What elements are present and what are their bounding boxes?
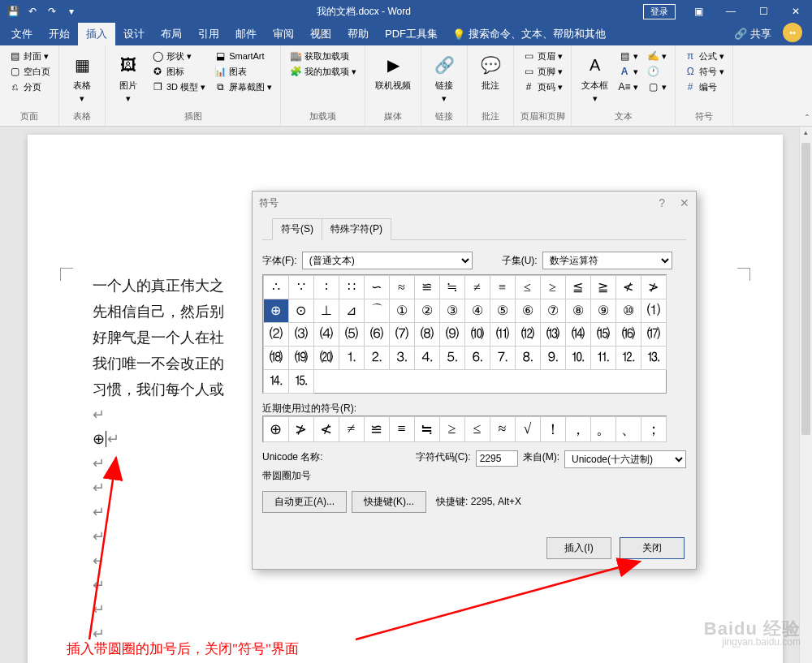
symbol-cell[interactable]: ∶: [313, 275, 339, 299]
font-select[interactable]: (普通文本): [302, 252, 473, 269]
tab-special-chars[interactable]: 特殊字符(P): [322, 218, 391, 240]
tab-design[interactable]: 设计: [115, 23, 153, 45]
symbol-cell[interactable]: ⒑: [565, 346, 591, 370]
symbol-cell[interactable]: ⒈: [339, 346, 365, 370]
autocorrect-button[interactable]: 自动更正(A)...: [262, 491, 347, 513]
symbol-cell[interactable]: ≯: [641, 275, 667, 299]
tab-pdf[interactable]: PDF工具集: [377, 23, 446, 45]
tab-view[interactable]: 视图: [302, 23, 339, 45]
symbol-cell[interactable]: ⒄: [641, 322, 667, 347]
qat-more-icon[interactable]: ▾: [63, 3, 80, 19]
tab-mailings[interactable]: 邮件: [227, 23, 265, 45]
symbol-cell[interactable]: ⒖: [288, 369, 314, 394]
quick-parts-button[interactable]: ▤▾: [615, 49, 641, 63]
wordart-button[interactable]: A▾: [615, 64, 641, 79]
symbol-cell[interactable]: ⌒: [364, 299, 390, 323]
page-number-button[interactable]: #页码 ▾: [519, 80, 566, 94]
symbol-cell[interactable]: ≦: [565, 275, 591, 299]
symbol-cell[interactable]: ≌: [414, 275, 440, 299]
symbol-cell[interactable]: ⑼: [439, 322, 465, 347]
equation-button[interactable]: π公式 ▾: [680, 49, 728, 63]
symbol-cell[interactable]: ⑶: [288, 322, 314, 347]
symbol-cell[interactable]: ⒔: [641, 346, 667, 370]
recent-symbol-cell[interactable]: ≠: [339, 416, 365, 442]
icons-button[interactable]: ✪图标: [148, 64, 209, 79]
symbol-cell[interactable]: ⑸: [339, 322, 365, 347]
signature-button[interactable]: ✍▾: [643, 49, 670, 63]
symbol-cell[interactable]: ⊕: [263, 299, 289, 323]
table-button[interactable]: ▦表格▾: [64, 49, 100, 107]
recent-symbol-cell[interactable]: ≈: [490, 416, 516, 442]
symbol-cell[interactable]: ⒒: [590, 346, 616, 370]
symbol-cell[interactable]: ⒂: [590, 322, 616, 347]
symbol-cell[interactable]: ⒓: [615, 346, 641, 370]
subset-select[interactable]: 数学运算符: [542, 252, 672, 269]
symbol-cell[interactable]: ⊥: [313, 299, 339, 323]
symbol-cell[interactable]: ⑿: [515, 322, 541, 347]
textbox-button[interactable]: A文本框▾: [577, 49, 613, 107]
save-icon[interactable]: 💾: [5, 3, 21, 19]
recent-symbol-cell[interactable]: ≯: [288, 416, 314, 442]
shapes-button[interactable]: ◯形状 ▾: [148, 49, 209, 63]
symbol-cell[interactable]: ⒊: [389, 346, 415, 370]
symbol-cell[interactable]: ⑹: [364, 322, 390, 347]
recent-symbol-cell[interactable]: ≡: [389, 416, 415, 442]
insert-button[interactable]: 插入(I): [546, 537, 611, 559]
recent-symbol-cell[interactable]: 、: [615, 416, 641, 442]
symbol-cell[interactable]: ⑧: [565, 299, 591, 323]
smartart-button[interactable]: ⬓SmartArt: [210, 49, 275, 63]
recent-symbol-cell[interactable]: ≌: [364, 416, 390, 442]
symbol-cell[interactable]: ⒁: [565, 322, 591, 347]
help-icon[interactable]: ?: [659, 196, 665, 209]
tab-review[interactable]: 审阅: [265, 23, 302, 45]
charcode-input[interactable]: [476, 450, 518, 467]
symbol-cell[interactable]: ③: [439, 299, 465, 323]
vertical-scrollbar[interactable]: ▴: [799, 127, 812, 663]
symbol-cell[interactable]: ⊿: [339, 299, 365, 323]
symbol-cell[interactable]: ①: [389, 299, 415, 323]
symbol-cell[interactable]: ②: [414, 299, 440, 323]
symbol-cell[interactable]: ⒎: [490, 346, 516, 370]
symbol-cell[interactable]: ≮: [615, 275, 641, 299]
tab-layout[interactable]: 布局: [153, 23, 190, 45]
tab-home[interactable]: 开始: [41, 23, 78, 45]
collapse-ribbon-icon[interactable]: ˆ: [806, 114, 809, 125]
tab-references[interactable]: 引用: [190, 23, 227, 45]
recent-symbol-cell[interactable]: ；: [641, 416, 667, 442]
symbol-cell[interactable]: ⒃: [615, 322, 641, 347]
symbol-cell[interactable]: ∷: [339, 275, 365, 299]
blank-page-button[interactable]: ▢空白页: [5, 64, 54, 79]
redo-icon[interactable]: ↷: [44, 3, 60, 19]
symbol-cell[interactable]: ⒆: [288, 346, 314, 370]
symbol-cell[interactable]: ⑴: [641, 299, 667, 323]
scroll-thumb[interactable]: [801, 143, 810, 435]
from-select[interactable]: Unicode(十六进制): [564, 450, 686, 468]
symbol-cell[interactable]: ⑷: [313, 322, 339, 347]
tell-me[interactable]: 💡搜索命令、文本、帮助和其他: [446, 23, 612, 45]
symbol-cell[interactable]: ⒀: [540, 322, 566, 347]
symbol-cell[interactable]: ⑤: [490, 299, 516, 323]
symbol-cell[interactable]: ≒: [439, 275, 465, 299]
recent-symbol-cell[interactable]: 。: [590, 416, 616, 442]
online-video-button[interactable]: ▶联机视频: [370, 49, 416, 95]
recent-symbol-cell[interactable]: ！: [540, 416, 566, 442]
chart-button[interactable]: 📊图表: [210, 64, 275, 79]
symbol-cell[interactable]: ⒐: [540, 346, 566, 370]
feedback-icon[interactable]: ••: [783, 23, 802, 42]
footer-button[interactable]: ▭页脚 ▾: [519, 64, 566, 79]
get-addins-button[interactable]: 🏬获取加载项: [286, 49, 360, 63]
symbol-cell[interactable]: ∽: [364, 275, 390, 299]
symbol-cell[interactable]: ⒋: [414, 346, 440, 370]
recent-symbol-cell[interactable]: ≤: [464, 416, 490, 442]
symbol-cell[interactable]: ⑥: [515, 299, 541, 323]
symbol-button[interactable]: Ω符号 ▾: [680, 64, 728, 79]
symbol-cell[interactable]: ⑵: [263, 322, 289, 347]
symbol-cell[interactable]: ≤: [515, 275, 541, 299]
maximize-icon[interactable]: ☐: [747, 0, 780, 23]
number-button[interactable]: #编号: [680, 80, 728, 94]
symbol-cell[interactable]: ∴: [263, 275, 289, 299]
header-button[interactable]: ▭页眉 ▾: [519, 49, 566, 63]
symbol-cell[interactable]: ⑦: [540, 299, 566, 323]
minimize-icon[interactable]: —: [715, 0, 747, 23]
recent-symbol-cell[interactable]: ≥: [439, 416, 465, 442]
